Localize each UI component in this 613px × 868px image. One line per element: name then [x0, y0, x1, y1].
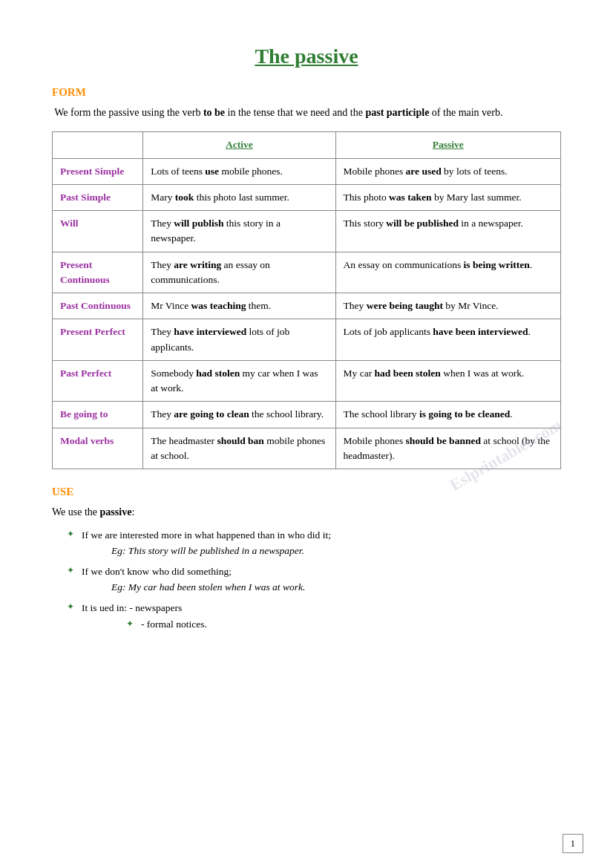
table-row: Modal verbsThe headmaster should ban mob… [53, 428, 561, 469]
bullet-2: If we don't know who did something; Eg: … [67, 564, 561, 595]
tense-cell: Present Simple [53, 158, 143, 184]
passive-cell: Lots of job applicants have been intervi… [335, 319, 560, 361]
passive-table: Active Passive Present SimpleLots of tee… [52, 131, 561, 469]
table-row: Past ContinuousMr Vince was teaching the… [53, 293, 561, 319]
form-description: We form the passive using the verb to be… [52, 105, 561, 121]
col-active: Active [143, 132, 335, 158]
passive-cell: My car had been stolen when I was at wor… [335, 360, 560, 402]
use-label: USE [52, 486, 561, 498]
table-row: Past PerfectSomebody had stolen my car w… [53, 360, 561, 402]
table-row: Present ContinuousThey are writing an es… [53, 252, 561, 293]
table-row: WillThey will publish this story in a ne… [53, 211, 561, 252]
eg-1: Eg: This story will be published in a ne… [82, 543, 561, 559]
table-row: Past SimpleMary took this photo last sum… [53, 184, 561, 210]
active-cell: They have interviewed lots of job applic… [143, 319, 335, 361]
passive-cell: Mobile phones should be banned at school… [335, 428, 560, 469]
sub-bullet-1: - formal notices. [126, 616, 561, 633]
active-cell: Somebody had stolen my car when I was at… [143, 360, 335, 402]
active-cell: They are writing an essay on communicati… [143, 252, 335, 293]
use-section: USE We use the passive: If we are intere… [52, 486, 561, 633]
tense-cell: Past Simple [53, 184, 143, 210]
active-cell: They will publish this story in a newspa… [143, 211, 335, 252]
col-tense [53, 132, 143, 158]
active-cell: Mr Vince was teaching them. [143, 293, 335, 319]
passive-cell: They were being taught by Mr Vince. [335, 293, 560, 319]
use-intro: We use the passive: [52, 504, 561, 521]
tense-cell: Present Perfect [53, 319, 143, 361]
col-passive: Passive [335, 132, 560, 158]
tense-cell: Will [53, 211, 143, 252]
eg-2: Eg: My car had been stolen when I was at… [82, 579, 561, 595]
tense-cell: Past Perfect [53, 360, 143, 402]
tense-cell: Modal verbs [53, 428, 143, 469]
tense-cell: Past Continuous [53, 293, 143, 319]
active-cell: Lots of teens use mobile phones. [143, 158, 335, 184]
passive-cell: An essay on communications is being writ… [335, 252, 560, 293]
use-bullet-list: If we are interested more in what happen… [52, 527, 561, 633]
bullet-1: If we are interested more in what happen… [67, 527, 561, 559]
passive-cell: This photo was taken by Mary last summer… [335, 184, 560, 210]
table-row: Present PerfectThey have interviewed lot… [53, 319, 561, 361]
form-section: FORM We form the passive using the verb … [52, 86, 561, 121]
tense-cell: Present Continuous [53, 252, 143, 293]
passive-cell: Mobile phones are used by lots of teens. [335, 158, 560, 184]
page-number: 1 [563, 834, 584, 853]
active-cell: They are going to clean the school libra… [143, 402, 335, 428]
passive-cell: The school library is going to be cleane… [335, 402, 560, 428]
form-label: FORM [52, 86, 561, 99]
table-row: Present SimpleLots of teens use mobile p… [53, 158, 561, 184]
active-cell: The headmaster should ban mobile phones … [143, 428, 335, 469]
bullet-3: It is ued in: - newspapers - formal noti… [67, 600, 561, 633]
table-row: Be going toThey are going to clean the s… [53, 402, 561, 428]
active-cell: Mary took this photo last summer. [143, 184, 335, 210]
sub-bullet-list: - formal notices. [82, 616, 561, 633]
page-title: The passive [52, 45, 561, 68]
passive-cell: This story will be published in a newspa… [335, 211, 560, 252]
tense-cell: Be going to [53, 402, 143, 428]
